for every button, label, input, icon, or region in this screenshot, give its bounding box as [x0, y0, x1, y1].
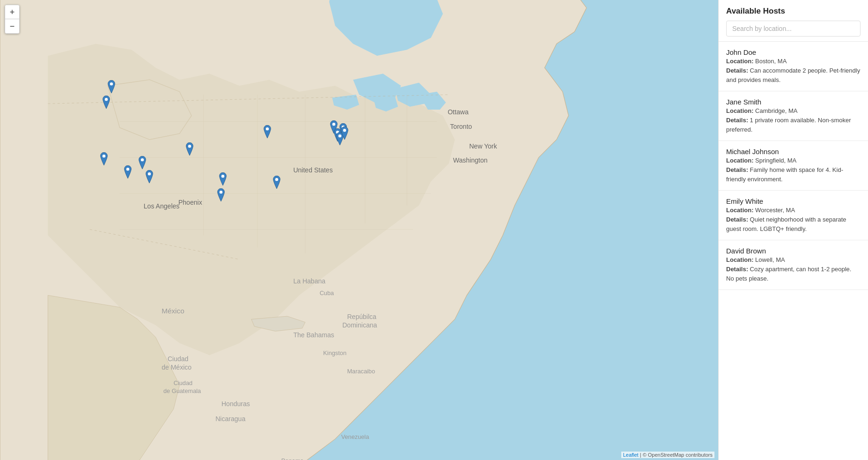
host-location: Location: Boston, MA: [726, 58, 861, 65]
svg-text:Kingston: Kingston: [323, 349, 346, 356]
svg-point-41: [141, 158, 144, 161]
host-name: David Brown: [726, 247, 861, 255]
host-details: Details: Family home with space for 4. K…: [726, 165, 861, 184]
svg-text:New York: New York: [469, 142, 497, 150]
zoom-out-button[interactable]: −: [5, 19, 19, 33]
svg-text:Toronto: Toronto: [450, 123, 472, 130]
map-attribution: Leaflet | © OpenStreetMap contributors: [621, 452, 714, 458]
map-container[interactable]: Ottawa Toronto New York Washington Los A…: [0, 0, 718, 460]
svg-point-48: [332, 123, 335, 126]
map-marker-m4[interactable]: [123, 165, 133, 179]
host-name: Michael Johnson: [726, 148, 861, 156]
host-location: Location: Lowell, MA: [726, 256, 861, 263]
map-marker-m1[interactable]: [106, 80, 117, 94]
host-card-0[interactable]: John Doe Location: Boston, MA Details: C…: [719, 42, 868, 91]
host-name: Emily White: [726, 197, 861, 205]
host-card-4[interactable]: David Brown Location: Lowell, MA Details…: [719, 240, 868, 290]
svg-point-43: [188, 145, 191, 148]
sidebar: Available Hosts John Doe Location: Bosto…: [718, 0, 868, 460]
svg-text:Repúbilca: Repúbilca: [347, 313, 376, 320]
map-marker-m7[interactable]: [184, 142, 195, 156]
svg-point-44: [220, 191, 222, 193]
sidebar-title: Available Hosts: [726, 7, 861, 16]
map-marker-m10[interactable]: [218, 172, 228, 186]
svg-text:Honduras: Honduras: [221, 400, 250, 408]
host-card-3[interactable]: Emily White Location: Worcester, MA Deta…: [719, 191, 868, 240]
map-marker-m11[interactable]: [272, 176, 282, 190]
svg-text:Ciudad: Ciudad: [168, 355, 189, 363]
svg-point-47: [275, 178, 278, 180]
map-marker-m3[interactable]: [99, 152, 109, 166]
svg-text:Dominicana: Dominicana: [342, 321, 377, 329]
svg-text:Los Angeles: Los Angeles: [144, 202, 180, 210]
svg-text:United States: United States: [293, 166, 332, 174]
sidebar-header: Available Hosts: [719, 0, 868, 42]
map-marker-m6[interactable]: [144, 170, 154, 184]
attribution-text: | © OpenStreetMap contributors: [640, 452, 713, 458]
svg-text:Ciudad: Ciudad: [174, 379, 192, 386]
location-search-input[interactable]: [726, 21, 861, 37]
zoom-in-button[interactable]: +: [5, 5, 19, 19]
svg-point-40: [126, 168, 129, 171]
svg-point-42: [148, 172, 151, 175]
host-location: Location: Cambridge, MA: [726, 107, 861, 114]
svg-point-39: [103, 155, 105, 157]
host-location: Location: Worcester, MA: [726, 207, 861, 214]
host-card-2[interactable]: Michael Johnson Location: Springfield, M…: [719, 141, 868, 191]
map-marker-m8[interactable]: [216, 188, 226, 202]
svg-text:Phoenix: Phoenix: [178, 199, 202, 206]
host-details: Details: Quiet neighborhood with a separ…: [726, 215, 861, 233]
host-location: Location: Springfield, MA: [726, 157, 861, 164]
host-details: Details: Can accommodate 2 people. Pet-f…: [726, 66, 861, 84]
svg-point-37: [110, 82, 113, 85]
svg-point-45: [265, 127, 268, 130]
map-marker-m2[interactable]: [101, 96, 111, 110]
svg-text:Venezuela: Venezuela: [341, 433, 370, 440]
host-name: John Doe: [726, 48, 861, 56]
svg-text:Cuba: Cuba: [320, 289, 334, 297]
svg-text:The Bahamas: The Bahamas: [293, 331, 334, 339]
svg-text:La Habana: La Habana: [293, 277, 325, 285]
svg-point-46: [221, 175, 224, 178]
svg-point-52: [343, 128, 346, 131]
svg-text:Maracaibo: Maracaibo: [347, 368, 375, 375]
svg-text:de México: de México: [162, 364, 191, 371]
host-details: Details: 1 private room available. Non-s…: [726, 116, 861, 134]
map-controls: + −: [5, 5, 20, 34]
map-marker-m5[interactable]: [137, 156, 147, 170]
leaflet-link[interactable]: Leaflet: [623, 452, 639, 458]
svg-point-38: [105, 98, 108, 101]
map-marker-m16[interactable]: [339, 126, 350, 141]
host-name: Jane Smith: [726, 98, 861, 106]
svg-text:Washington: Washington: [453, 156, 488, 164]
host-card-1[interactable]: Jane Smith Location: Cambridge, MA Detai…: [719, 91, 868, 141]
svg-text:Ottawa: Ottawa: [448, 108, 469, 116]
host-details: Details: Cozy apartment, can host 1-2 pe…: [726, 265, 861, 283]
svg-text:México: México: [162, 307, 184, 315]
map-marker-m9[interactable]: [262, 125, 272, 139]
hosts-list: John Doe Location: Boston, MA Details: C…: [719, 42, 868, 460]
svg-text:de Guatemala: de Guatemala: [163, 387, 201, 394]
svg-text:Nicaragua: Nicaragua: [215, 415, 245, 423]
svg-text:Panama: Panama: [281, 457, 304, 460]
